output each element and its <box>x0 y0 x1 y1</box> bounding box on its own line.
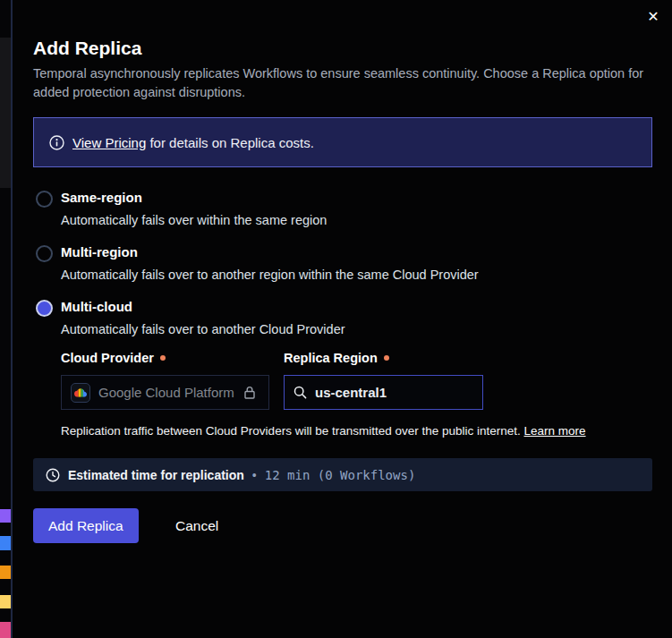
required-dot <box>160 355 166 361</box>
option-label-same-region[interactable]: Same-region <box>61 190 142 205</box>
option-desc-multi-region: Automatically fails over to another regi… <box>61 268 479 282</box>
radio-same-region[interactable] <box>36 191 53 208</box>
required-dot <box>384 355 389 361</box>
replica-region-field <box>284 375 483 410</box>
option-label-multi-cloud[interactable]: Multi-cloud <box>61 299 132 314</box>
cloud-provider-label-text: Cloud Provider <box>61 351 154 365</box>
estimate-label: Estimated time for replication <box>68 468 244 482</box>
replica-region-label: Replica Region <box>284 351 389 365</box>
replica-region-input[interactable] <box>315 385 495 400</box>
cloud-provider-label: Cloud Provider <box>61 351 166 365</box>
option-desc-multi-cloud: Automatically fails over to another Clou… <box>61 322 345 336</box>
pricing-banner-text: View Pricing for details on Replica cost… <box>72 135 314 150</box>
clock-icon <box>46 468 60 482</box>
radio-multi-region[interactable] <box>36 245 53 262</box>
info-circle-icon <box>49 135 64 150</box>
view-pricing-link[interactable]: View Pricing <box>72 135 146 150</box>
modal-title: Add Replica <box>33 38 141 59</box>
public-internet-note: Replication traffic between Cloud Provid… <box>61 424 586 438</box>
estimate-banner: Estimated time for replication • 12 min … <box>33 458 652 491</box>
cloud-provider-value: Google Cloud Platform <box>98 385 234 400</box>
option-label-multi-region[interactable]: Multi-region <box>61 244 138 259</box>
pricing-banner-rest: for details on Replica costs. <box>146 135 314 150</box>
estimate-value: 12 min (0 Workflows) <box>265 468 416 482</box>
add-replica-modal: ✕ Add Replica Temporal asynchronously re… <box>13 0 672 638</box>
option-desc-same-region: Automatically fails over within the same… <box>61 213 327 227</box>
radio-multi-cloud[interactable] <box>36 300 53 317</box>
replica-region-label-text: Replica Region <box>284 351 378 365</box>
learn-more-link[interactable]: Learn more <box>524 424 586 438</box>
modal-description: Temporal asynchronously replicates Workf… <box>33 64 659 102</box>
add-replica-dialog-screen: ✕ Add Replica Temporal asynchronously re… <box>0 0 672 638</box>
google-cloud-logo-icon <box>71 383 90 403</box>
pricing-info-banner: View Pricing for details on Replica cost… <box>33 117 652 167</box>
cancel-button[interactable]: Cancel <box>163 508 231 543</box>
search-icon <box>293 386 307 399</box>
close-icon[interactable]: ✕ <box>643 7 663 27</box>
estimate-separator: • <box>252 468 257 482</box>
cloud-provider-select[interactable]: Google Cloud Platform <box>61 375 269 410</box>
lock-icon <box>242 385 257 400</box>
note-text: Replication traffic between Cloud Provid… <box>61 424 524 438</box>
add-replica-button[interactable]: Add Replica <box>33 508 139 543</box>
